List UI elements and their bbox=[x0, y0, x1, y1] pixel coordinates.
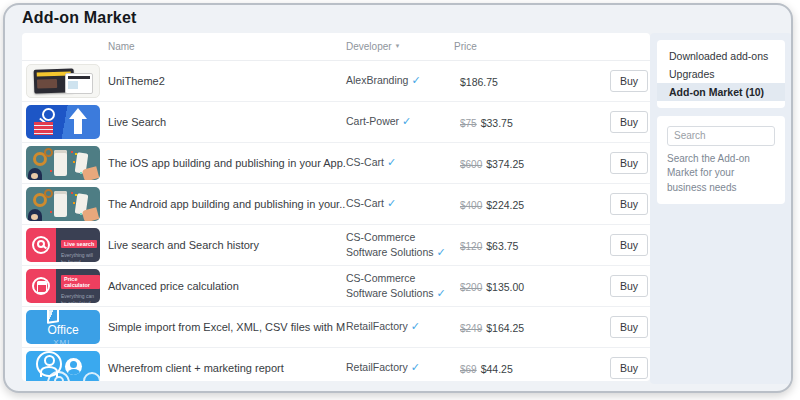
current-price: $374.25 bbox=[486, 158, 524, 170]
current-price: $224.25 bbox=[486, 199, 524, 211]
table-row[interactable]: UniTheme2 AlexBranding✓ $186.75 Buy bbox=[22, 61, 650, 102]
sidebar: Downloaded add-onsUpgradesAdd-on Market … bbox=[650, 33, 792, 384]
addon-thumbnail[interactable] bbox=[26, 64, 100, 98]
addon-thumbnail[interactable]: OfficeXML bbox=[26, 310, 100, 344]
verified-check-icon: ✓ bbox=[387, 156, 396, 168]
current-price: $63.75 bbox=[486, 240, 518, 252]
table-body: UniTheme2 AlexBranding✓ $186.75 Buy Live… bbox=[22, 61, 650, 381]
addon-thumbnail[interactable]: Price calculatorEverything can be calcul… bbox=[26, 269, 100, 303]
verified-check-icon: ✓ bbox=[411, 361, 420, 373]
person-icon bbox=[65, 358, 82, 375]
addon-name[interactable]: UniTheme2 bbox=[104, 75, 346, 87]
verified-check-icon: ✓ bbox=[411, 74, 420, 86]
addon-developer: AlexBranding✓ bbox=[346, 73, 460, 88]
addon-thumbnail[interactable] bbox=[26, 187, 100, 221]
addon-developer: CS-Commerce Software Solutions✓ bbox=[346, 271, 460, 301]
sidebar-item-market[interactable]: Add-on Market (10) bbox=[657, 83, 785, 101]
verified-check-icon: ✓ bbox=[411, 320, 420, 332]
buy-button[interactable]: Buy bbox=[610, 316, 648, 338]
search-panel: Search the Add-on Market for your busine… bbox=[657, 116, 785, 204]
addon-price: $400$224.25 bbox=[460, 195, 610, 213]
addon-thumbnail[interactable] bbox=[26, 105, 100, 139]
table-header: Name Developer▼ Price bbox=[22, 33, 650, 61]
verified-check-icon: ✓ bbox=[387, 197, 396, 209]
addon-price: $186.75 bbox=[460, 72, 610, 90]
addon-price: $75$33.75 bbox=[460, 113, 610, 131]
sidebar-menu: Downloaded add-onsUpgradesAdd-on Market … bbox=[657, 40, 785, 108]
old-price: $200 bbox=[460, 282, 482, 293]
addon-name[interactable]: Simple import from Excel, XML, CSV files… bbox=[104, 321, 346, 333]
table-row[interactable]: The Android app building and publishing … bbox=[22, 184, 650, 225]
buy-button[interactable]: Buy bbox=[610, 152, 648, 174]
addon-table: Name Developer▼ Price UniTheme2 AlexBran… bbox=[22, 33, 650, 381]
table-row[interactable]: Live Search Cart-Power✓ $75$33.75 Buy bbox=[22, 102, 650, 143]
phone-icon bbox=[54, 191, 67, 217]
old-price: $400 bbox=[460, 200, 482, 211]
buy-button[interactable]: Buy bbox=[610, 111, 648, 133]
addon-developer: Cart-Power✓ bbox=[346, 114, 460, 129]
addon-name[interactable]: Live search and Search history bbox=[104, 239, 346, 251]
addon-developer: CS-Commerce Software Solutions✓ bbox=[346, 230, 460, 260]
table-row[interactable]: Wherefrom client + marketing report Reta… bbox=[22, 348, 650, 381]
sidebar-item-downloaded[interactable]: Downloaded add-ons bbox=[657, 47, 785, 65]
addon-developer: CS-Cart✓ bbox=[346, 196, 460, 211]
addon-name[interactable]: Live Search bbox=[104, 116, 346, 128]
addon-price: $249$164.25 bbox=[460, 318, 610, 336]
old-price: $69 bbox=[460, 364, 477, 375]
verified-check-icon: ✓ bbox=[437, 287, 446, 299]
current-price: $33.75 bbox=[481, 117, 513, 129]
old-price: $120 bbox=[460, 241, 482, 252]
table-row[interactable]: Live searchEverything will be found Live… bbox=[22, 225, 650, 266]
addon-thumbnail[interactable] bbox=[26, 351, 100, 381]
old-price: $249 bbox=[460, 323, 482, 334]
magnifier-icon bbox=[42, 108, 55, 121]
buy-button[interactable]: Buy bbox=[610, 70, 648, 92]
current-price: $44.25 bbox=[481, 363, 513, 375]
addon-developer: RetailFactory✓ bbox=[346, 360, 460, 375]
addon-developer: CS-Cart✓ bbox=[346, 155, 460, 170]
phone-icon bbox=[54, 150, 67, 176]
search-input[interactable] bbox=[667, 126, 775, 146]
header-price: Price bbox=[454, 41, 604, 52]
addon-price: $600$374.25 bbox=[460, 154, 610, 172]
header-developer-label: Developer bbox=[346, 41, 392, 52]
buy-button[interactable]: Buy bbox=[610, 234, 648, 256]
current-price: $186.75 bbox=[460, 76, 498, 88]
addon-name[interactable]: The Android app building and publishing … bbox=[104, 198, 346, 210]
search-hint: Search the Add-on Market for your busine… bbox=[667, 152, 775, 196]
arrow-up-icon bbox=[66, 108, 90, 136]
gear-icon bbox=[44, 189, 53, 198]
addon-price: $200$135.00 bbox=[460, 277, 610, 295]
addon-price: $120$63.75 bbox=[460, 236, 610, 254]
table-row[interactable]: Price calculatorEverything can be calcul… bbox=[22, 266, 650, 307]
header-developer[interactable]: Developer▼ bbox=[346, 41, 454, 52]
current-price: $135.00 bbox=[486, 281, 524, 293]
buy-button[interactable]: Buy bbox=[610, 193, 648, 215]
buy-button[interactable]: Buy bbox=[610, 357, 648, 379]
buy-button[interactable]: Buy bbox=[610, 275, 648, 297]
old-price: $600 bbox=[460, 159, 482, 170]
addon-thumbnail[interactable]: Live searchEverything will be found bbox=[26, 228, 100, 262]
gear-icon bbox=[44, 148, 53, 157]
table-row[interactable]: The iOS app building and publishing in y… bbox=[22, 143, 650, 184]
current-price: $164.25 bbox=[486, 322, 524, 334]
sort-icon: ▼ bbox=[395, 43, 401, 49]
addon-name[interactable]: The iOS app building and publishing in y… bbox=[104, 157, 346, 169]
verified-check-icon: ✓ bbox=[437, 246, 446, 258]
page-title: Add-on Market bbox=[22, 9, 137, 27]
sidebar-item-upgrades[interactable]: Upgrades bbox=[657, 65, 785, 83]
app-window: Add-on Market Name Developer▼ Price UniT… bbox=[3, 3, 793, 393]
table-row[interactable]: OfficeXML Simple import from Excel, XML,… bbox=[22, 307, 650, 348]
addon-name[interactable]: Advanced price calculation bbox=[104, 280, 346, 292]
office-logo-icon bbox=[47, 310, 59, 323]
old-price: $75 bbox=[460, 118, 477, 129]
addon-developer: RetailFactory✓ bbox=[346, 319, 460, 334]
addon-thumbnail[interactable] bbox=[26, 146, 100, 180]
addon-name[interactable]: Wherefrom client + marketing report bbox=[104, 362, 346, 374]
person-icon bbox=[83, 372, 100, 381]
addon-price: $69$44.25 bbox=[460, 359, 610, 377]
header-name: Name bbox=[104, 41, 346, 52]
verified-check-icon: ✓ bbox=[402, 115, 411, 127]
